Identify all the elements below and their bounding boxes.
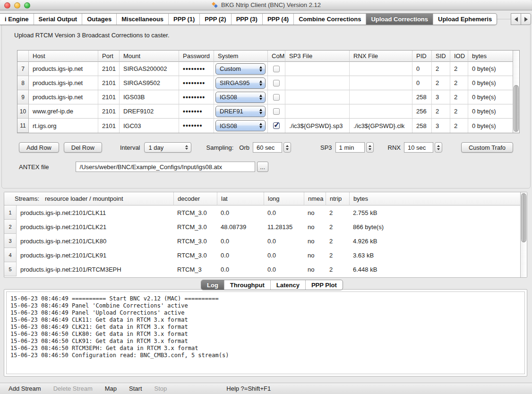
delete-stream-button: Delete Stream — [53, 385, 93, 392]
host-cell[interactable]: products.igs-ip.net — [29, 90, 98, 104]
tab-scroll-left-button[interactable] — [511, 13, 521, 25]
port-cell[interactable]: 2101 — [98, 90, 120, 104]
tab-latency[interactable]: Latency — [271, 280, 306, 290]
com-checkbox[interactable] — [273, 94, 280, 101]
mount-cell[interactable]: IGS03B — [120, 90, 179, 104]
sid-cell[interactable]: 3 — [432, 90, 450, 104]
port-cell[interactable]: 2101 — [98, 62, 120, 76]
col-header-password: Password — [179, 51, 214, 62]
orb-sampling-input[interactable]: 60 sec — [253, 142, 282, 153]
antex-browse-button[interactable]: ... — [257, 162, 268, 172]
tab-ppp-plot[interactable]: PPP Plot — [306, 280, 343, 290]
add-row-button[interactable]: Add Row — [19, 142, 59, 153]
mount-cell[interactable]: SIRGAS200002 — [120, 62, 179, 76]
sid-cell[interactable]: 2 — [432, 62, 450, 76]
tab-combine-corrections[interactable]: Combine Corrections — [294, 14, 366, 25]
scrollbar-thumb[interactable] — [514, 85, 519, 132]
sid-cell[interactable]: 3 — [432, 119, 450, 133]
sp3-spinner[interactable] — [366, 142, 374, 153]
rnx-spinner[interactable] — [435, 142, 442, 153]
system-select[interactable]: SIRGAS95 — [215, 77, 266, 89]
orb-spinner[interactable] — [283, 142, 291, 153]
mount-cell[interactable]: IGC03 — [120, 119, 179, 133]
tab-ppp-4[interactable]: PPP (4) — [263, 14, 294, 25]
tab-upload-corrections[interactable]: Upload Corrections — [366, 14, 433, 25]
minimize-button[interactable] — [14, 2, 20, 9]
nmea-cell: no — [304, 206, 326, 220]
sp3-file-cell[interactable] — [285, 62, 350, 76]
start-button[interactable]: Start — [129, 385, 142, 392]
password-cell[interactable]: •••••••• — [179, 90, 214, 104]
sid-cell[interactable]: 2 — [432, 104, 450, 119]
iod-cell[interactable]: 2 — [450, 104, 468, 119]
zoom-button[interactable] — [24, 2, 30, 9]
tab-miscellaneous[interactable]: Miscellaneous — [117, 14, 169, 25]
close-button[interactable] — [4, 2, 10, 9]
antex-file-input[interactable]: /Users/weber/BNC/Example_Configs/Input/i… — [76, 162, 255, 172]
rnx-file-cell[interactable] — [350, 62, 412, 76]
add-stream-button[interactable]: Add Stream — [9, 385, 41, 392]
mountpoint-cell: products.igs-ip.net:2101/RTCM3EPH — [17, 262, 173, 276]
mount-cell[interactable]: DREF9102 — [120, 104, 179, 119]
port-cell[interactable]: 2101 — [98, 76, 120, 90]
system-select[interactable]: Custom — [215, 63, 266, 75]
sp3-file-cell[interactable]: ./ic3${GPSWD}.sp3 — [285, 119, 350, 133]
scrollbar-thumb[interactable] — [521, 193, 526, 242]
sid-cell[interactable]: 2 — [432, 76, 450, 90]
sp3-file-cell[interactable] — [285, 76, 350, 90]
password-cell[interactable]: •••••••• — [179, 62, 214, 76]
sp3-file-cell[interactable] — [285, 104, 350, 119]
rnx-file-cell[interactable] — [350, 104, 412, 119]
tab-log[interactable]: Log — [201, 280, 224, 290]
tab-ppp-2[interactable]: PPP (2) — [200, 14, 231, 25]
password-cell[interactable]: •••••••• — [179, 76, 214, 90]
tab-ppp-1[interactable]: PPP (1) — [169, 14, 200, 25]
rnx-sampling-input[interactable]: 10 sec — [404, 142, 433, 153]
rnx-file-cell[interactable] — [350, 76, 412, 90]
tab-upload-ephemeris[interactable]: Upload Ephemeris — [433, 14, 497, 25]
long-cell: 11.28135 — [264, 220, 304, 234]
host-cell[interactable]: www.gref-ip.de — [29, 104, 98, 119]
iod-cell[interactable]: 2 — [450, 76, 468, 90]
host-cell[interactable]: rt.igs.org — [29, 119, 98, 133]
port-cell[interactable]: 2101 — [98, 119, 120, 133]
pid-cell[interactable]: 0 — [412, 62, 432, 76]
rnx-file-cell[interactable] — [350, 90, 412, 104]
com-checkbox[interactable] — [273, 108, 280, 115]
com-checkbox[interactable] — [273, 80, 280, 86]
tab-throughput[interactable]: Throughput — [224, 280, 271, 290]
host-cell[interactable]: products.igs-ip.net — [29, 76, 98, 90]
rnx-file-cell[interactable]: ./ic3${GPSWD}.clk — [350, 119, 412, 133]
pid-cell[interactable]: 258 — [412, 90, 432, 104]
pid-cell[interactable]: 256 — [412, 104, 432, 119]
iod-cell[interactable]: 2 — [450, 90, 468, 104]
port-cell[interactable]: 2101 — [98, 104, 120, 119]
password-cell[interactable]: ••••••• — [179, 104, 214, 119]
system-select[interactable]: IGS08 — [215, 120, 266, 131]
password-cell[interactable]: ••••••• — [179, 119, 214, 133]
system-select[interactable]: DREF91 — [215, 106, 266, 117]
map-button[interactable]: Map — [105, 385, 117, 392]
row-number: 1 — [4, 206, 17, 220]
com-checkbox[interactable] — [273, 122, 280, 129]
sp3-file-cell[interactable] — [285, 90, 350, 104]
tab-serial-output[interactable]: Serial Output — [34, 14, 83, 25]
com-checkbox[interactable] — [273, 66, 280, 72]
custom-trafo-button[interactable]: Custom Trafo — [461, 142, 513, 153]
interval-select[interactable]: 1 day — [144, 142, 191, 153]
tab-outages[interactable]: Outages — [82, 14, 117, 25]
del-row-button[interactable]: Del Row — [64, 142, 102, 153]
iod-cell[interactable]: 2 — [450, 62, 468, 76]
host-cell[interactable]: products.igs-ip.net — [29, 62, 98, 76]
streams-scrollbar[interactable] — [520, 192, 527, 277]
tab-ppp-3[interactable]: PPP (3) — [232, 14, 263, 25]
tab-scroll-right-button[interactable] — [521, 13, 531, 25]
tab-engine[interactable]: i Engine — [0, 14, 34, 25]
iod-cell[interactable]: 2 — [450, 119, 468, 133]
upload-table-scrollbar[interactable] — [513, 51, 519, 133]
system-select[interactable]: IGS08 — [215, 92, 266, 103]
pid-cell[interactable]: 258 — [412, 119, 432, 133]
sp3-sampling-input[interactable]: 1 min — [335, 142, 365, 153]
mount-cell[interactable]: SIRGAS9502 — [120, 76, 179, 90]
pid-cell[interactable]: 0 — [412, 76, 432, 90]
